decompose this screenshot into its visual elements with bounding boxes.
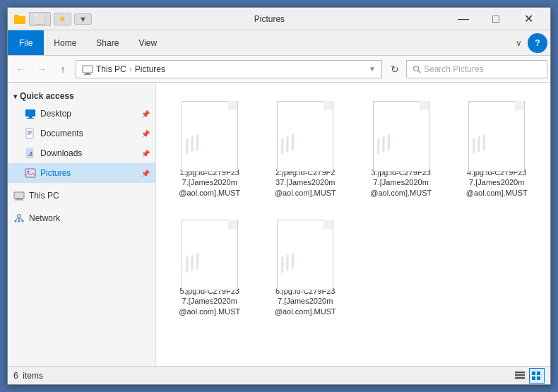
- file-name-3: 4.jpg.id-C279F237.[James2020m@aol.com].M…: [466, 167, 528, 198]
- svg-rect-20: [16, 198, 23, 200]
- documents-icon: [25, 128, 36, 139]
- quick-access-section: ▾ Quick access Desktop 📌: [8, 88, 155, 183]
- search-icon: [412, 65, 421, 73]
- sidebar-item-pictures[interactable]: Pictures 📌: [8, 163, 155, 183]
- file-corner-fill-4: [228, 220, 237, 229]
- down-tab[interactable]: ▼: [74, 13, 92, 25]
- view-controls: [512, 368, 545, 384]
- sidebar-item-thispc[interactable]: This PC: [8, 186, 155, 206]
- file-item-1[interactable]: /// 2.jpeg.id-C279F237.[James2020m@aol.c…: [261, 91, 351, 204]
- title-bar: ⬜ ★ ▼ Pictures — □ ✕: [8, 8, 550, 30]
- svg-point-23: [15, 220, 17, 222]
- svg-rect-35: [537, 376, 540, 380]
- file-icon-2: ///: [369, 97, 433, 163]
- menu-file[interactable]: File: [8, 30, 44, 55]
- svg-rect-31: [515, 377, 525, 379]
- svg-rect-17: [25, 169, 35, 177]
- file-item-3[interactable]: /// 4.jpg.id-C279F237.[James2020m@aol.co…: [452, 91, 542, 204]
- menu-bar: File Home Share View ∨ ?: [8, 30, 550, 56]
- sidebar-item-documents[interactable]: Documents 📌: [8, 124, 155, 143]
- menu-view[interactable]: View: [129, 30, 167, 55]
- thispc-icon: [82, 64, 93, 75]
- svg-point-18: [28, 171, 30, 173]
- sidebar-item-desktop[interactable]: Desktop 📌: [8, 104, 155, 124]
- file-corner-fill-5: [323, 220, 333, 229]
- menu-home[interactable]: Home: [44, 30, 86, 55]
- sidebar-desktop-label: Desktop: [40, 109, 137, 119]
- options-chevron[interactable]: ∨: [511, 38, 526, 48]
- svg-rect-30: [515, 374, 525, 376]
- svg-rect-3: [85, 73, 90, 74]
- network-icon: [13, 213, 25, 224]
- sidebar-pictures-pin: 📌: [141, 170, 150, 177]
- svg-rect-34: [532, 376, 535, 380]
- quick-access-chevron: ▾: [13, 93, 17, 100]
- sidebar-item-network[interactable]: Network: [8, 208, 155, 228]
- title-bar-controls: ⬜ ★ ▼: [13, 12, 92, 26]
- item-count: 6 items: [13, 371, 43, 381]
- refresh-button[interactable]: ↻: [385, 59, 405, 79]
- path-separator-1: ›: [129, 64, 132, 74]
- sidebar-item-downloads[interactable]: Downloads 📌: [8, 143, 155, 163]
- sidebar-documents-label: Documents: [40, 129, 137, 138]
- file-item-0[interactable]: /// 1.jpg.id-C279F237.[James2020m@aol.co…: [165, 91, 255, 204]
- svg-point-5: [414, 66, 419, 71]
- list-view-button[interactable]: [512, 368, 528, 384]
- quick-access-header[interactable]: ▾ Quick access: [8, 88, 155, 104]
- file-icon-4: ///: [178, 216, 242, 282]
- file-item-4[interactable]: /// 5.jpg.id-C279F237.[James2020m@aol.co…: [165, 210, 255, 323]
- back-button[interactable]: ←: [11, 59, 30, 79]
- svg-rect-19: [14, 192, 24, 198]
- explorer-window: ⬜ ★ ▼ Pictures — □ ✕ File Home Share Vie…: [7, 7, 551, 385]
- sidebar-downloads-pin: 📌: [141, 150, 150, 158]
- address-path[interactable]: This PC › Pictures ▼: [76, 60, 382, 78]
- file-item-5[interactable]: /// 6.jpg.id-C279F237.[James2020m@aol.co…: [261, 210, 351, 323]
- close-button[interactable]: ✕: [512, 8, 545, 30]
- folder-icon: [13, 13, 26, 25]
- file-corner-fill-2: [420, 101, 429, 110]
- pin-tab[interactable]: ★: [54, 13, 71, 25]
- svg-rect-1: [14, 15, 19, 18]
- pictures-icon: [25, 167, 36, 179]
- svg-line-28: [19, 218, 23, 220]
- network-section: Network: [8, 208, 155, 228]
- svg-line-6: [418, 71, 420, 73]
- menu-share[interactable]: Share: [86, 30, 129, 55]
- sidebar-downloads-label: Downloads: [40, 148, 137, 158]
- file-area: /// 1.jpg.id-C279F237.[James2020m@aol.co…: [156, 83, 550, 366]
- status-bar: 6 items: [8, 366, 550, 384]
- quick-access-tab[interactable]: ⬜: [29, 12, 51, 26]
- file-corner-fill-3: [515, 101, 524, 110]
- svg-rect-8: [29, 117, 32, 118]
- up-button[interactable]: ↑: [53, 59, 73, 79]
- file-page-4: [182, 220, 238, 290]
- svg-rect-9: [27, 118, 34, 119]
- sidebar-network-label: Network: [29, 213, 150, 223]
- icon-view-button[interactable]: [529, 368, 545, 384]
- svg-point-24: [18, 220, 20, 222]
- file-name-1: 2.jpeg.id-C279F237.[James2020m@aol.com].…: [275, 167, 336, 198]
- svg-line-26: [16, 218, 19, 220]
- sidebar-desktop-pin: 📌: [141, 110, 150, 118]
- file-name-2: 3.jpg.id-C279F237.[James2020m@aol.com].M…: [370, 167, 432, 198]
- file-item-2[interactable]: /// 3.jpg.id-C279F237.[James2020m@aol.co…: [356, 91, 446, 204]
- main-content: ▾ Quick access Desktop 📌: [8, 83, 550, 366]
- help-button[interactable]: ?: [528, 33, 547, 53]
- sidebar-documents-pin: 📌: [141, 130, 150, 138]
- svg-rect-32: [532, 372, 535, 375]
- svg-rect-2: [83, 66, 93, 73]
- file-page-2: [373, 101, 429, 172]
- menu-bar-right: ∨ ?: [511, 30, 550, 55]
- maximize-button[interactable]: □: [480, 8, 512, 30]
- forward-button[interactable]: →: [32, 59, 52, 79]
- svg-rect-10: [26, 129, 33, 138]
- minimize-button[interactable]: —: [447, 8, 480, 30]
- file-corner-fill-0: [228, 101, 237, 110]
- svg-rect-4: [84, 74, 91, 75]
- path-dropdown-chevron[interactable]: ▼: [369, 65, 376, 73]
- search-box[interactable]: Search Pictures: [406, 60, 547, 78]
- desktop-icon: [25, 108, 36, 119]
- thispc-icon: [13, 190, 25, 201]
- file-icon-1: ///: [273, 97, 337, 163]
- svg-rect-21: [15, 200, 23, 201]
